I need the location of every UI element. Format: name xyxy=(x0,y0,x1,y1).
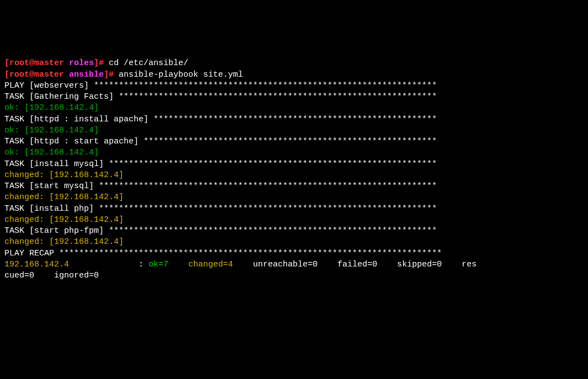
task-header-6: TASK [start php-fpm] *******************… xyxy=(4,226,584,237)
task-status-6: changed: [192.168.142.4] xyxy=(4,237,584,248)
task-header-4: TASK [start mysql] *********************… xyxy=(4,181,584,192)
recap-header: PLAY RECAP *****************************… xyxy=(4,248,584,259)
task-status-2: ok: [192.168.142.4] xyxy=(4,147,584,158)
task-header-1: TASK [httpd : install apache] **********… xyxy=(4,114,584,125)
task-status-3: changed: [192.168.142.4] xyxy=(4,170,584,181)
recap-line-2: cued=0 ignored=0 xyxy=(4,270,584,281)
task-header-0: TASK [Gathering Facts] *****************… xyxy=(4,92,584,103)
task-header-5: TASK [install php] *********************… xyxy=(4,204,584,215)
task-status-1: ok: [192.168.142.4] xyxy=(4,125,584,136)
task-header-3: TASK [install mysql] *******************… xyxy=(4,159,584,170)
play-header: PLAY [webservers] **********************… xyxy=(4,81,584,92)
task-header-2: TASK [httpd : start apache] ************… xyxy=(4,136,584,147)
task-status-0: ok: [192.168.142.4] xyxy=(4,103,584,114)
prompt-line-2: [root@master ansible]# ansible-playbook … xyxy=(4,70,584,81)
task-status-4: changed: [192.168.142.4] xyxy=(4,192,584,203)
prompt-line-1: [root@master roles]# cd /etc/ansible/ xyxy=(4,58,584,69)
task-status-5: changed: [192.168.142.4] xyxy=(4,215,584,226)
recap-line-1: 192.168.142.4 : ok=7 changed=4 unreachab… xyxy=(4,259,584,270)
terminal-output[interactable]: httpd mysql php[root@master roles]# cd /… xyxy=(4,47,584,281)
